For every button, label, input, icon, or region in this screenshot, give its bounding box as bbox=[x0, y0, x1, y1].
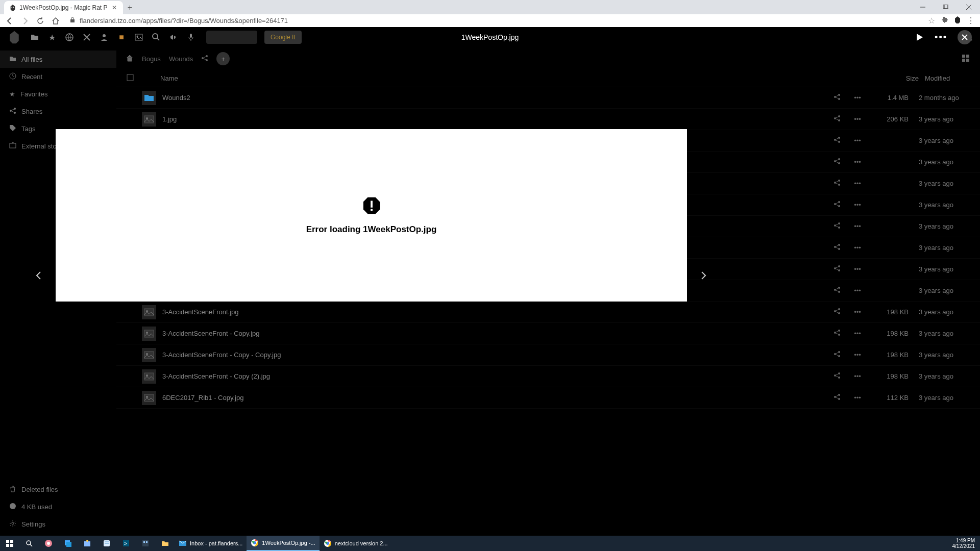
row-menu-icon[interactable]: ••• bbox=[847, 287, 868, 294]
share-icon[interactable] bbox=[827, 222, 847, 231]
tab-close-icon[interactable]: ✕ bbox=[111, 4, 118, 11]
share-icon[interactable] bbox=[827, 115, 847, 123]
minimize-button[interactable] bbox=[911, 0, 934, 14]
row-menu-icon[interactable]: ••• bbox=[847, 201, 868, 209]
maximize-button[interactable] bbox=[934, 0, 957, 14]
sidebar-item-recent[interactable]: Recent bbox=[0, 68, 116, 85]
share-icon[interactable] bbox=[827, 136, 847, 145]
row-menu-icon[interactable]: ••• bbox=[847, 180, 868, 187]
next-image-button[interactable] bbox=[697, 269, 709, 282]
chrome-menu-icon[interactable]: ⋮ bbox=[967, 16, 975, 26]
taskbar-pinned-icon[interactable] bbox=[155, 536, 175, 551]
row-menu-icon[interactable]: ••• bbox=[847, 351, 868, 359]
announce-app-icon[interactable] bbox=[168, 32, 179, 42]
share-icon[interactable] bbox=[827, 243, 847, 252]
files-app-icon[interactable] bbox=[30, 32, 40, 42]
favorites-app-icon[interactable]: ★ bbox=[47, 32, 57, 42]
activity-app-icon[interactable] bbox=[64, 32, 75, 42]
notes-app-icon[interactable]: ■ bbox=[116, 32, 127, 42]
share-icon[interactable] bbox=[827, 265, 847, 273]
google-it-button[interactable]: Google It bbox=[264, 31, 302, 44]
share-icon[interactable] bbox=[827, 201, 847, 209]
photos-app-icon[interactable] bbox=[134, 32, 144, 42]
breadcrumb-item[interactable]: Wounds bbox=[169, 55, 193, 63]
viewer-menu-icon[interactable]: ••• bbox=[935, 32, 947, 43]
grid-view-icon[interactable] bbox=[962, 54, 970, 64]
share-icon[interactable] bbox=[827, 372, 847, 381]
file-row[interactable]: 6DEC2017_Rib1 - Copy.jpg•••112 KB3 years… bbox=[116, 387, 980, 409]
sidebar-item-4-kb-used[interactable]: 4 KB used bbox=[0, 498, 116, 515]
system-tray[interactable]: 1:49 PM 4/12/2021 bbox=[952, 538, 981, 549]
share-icon[interactable] bbox=[827, 93, 847, 102]
share-icon[interactable] bbox=[827, 393, 847, 402]
slideshow-button[interactable] bbox=[914, 32, 924, 42]
row-menu-icon[interactable]: ••• bbox=[847, 394, 868, 402]
share-icon[interactable] bbox=[827, 350, 847, 359]
star-icon[interactable]: ☆ bbox=[928, 16, 935, 26]
row-menu-icon[interactable]: ••• bbox=[847, 158, 868, 166]
app-logo-icon[interactable] bbox=[6, 29, 22, 45]
sidebar-item-all-files[interactable]: All files bbox=[0, 51, 116, 68]
file-row[interactable]: 3-AccidentSceneFront - Copy (2).jpg•••19… bbox=[116, 366, 980, 387]
file-row[interactable]: 1.jpg•••206 KB3 years ago bbox=[116, 109, 980, 130]
taskbar-search-icon[interactable] bbox=[19, 536, 39, 551]
viewer-close-button[interactable] bbox=[958, 30, 972, 44]
taskbar-app[interactable]: Inbox - pat.flanders... bbox=[175, 536, 247, 551]
sidebar-item-favorites[interactable]: ★Favorites bbox=[0, 85, 116, 103]
close-window-button[interactable] bbox=[957, 0, 980, 14]
sidebar-item-settings[interactable]: Settings bbox=[0, 515, 116, 533]
new-tab-button[interactable]: + bbox=[123, 1, 137, 14]
share-icon[interactable] bbox=[827, 329, 847, 338]
contacts-app-icon[interactable] bbox=[99, 32, 109, 42]
rat-extension-icon[interactable] bbox=[953, 16, 962, 26]
sidebar-item-shares[interactable]: Shares bbox=[0, 103, 116, 120]
row-menu-icon[interactable]: ••• bbox=[847, 244, 868, 252]
file-row[interactable]: Wounds2•••1.4 MB2 months ago bbox=[116, 87, 980, 109]
taskbar-app[interactable]: nextcloud version 2... bbox=[320, 536, 392, 551]
taskbar-pinned-icon[interactable] bbox=[136, 536, 155, 551]
row-menu-icon[interactable]: ••• bbox=[847, 308, 868, 316]
home-button[interactable] bbox=[51, 16, 60, 26]
taskbar-pinned-icon[interactable] bbox=[58, 536, 78, 551]
row-menu-icon[interactable]: ••• bbox=[847, 372, 868, 380]
row-menu-icon[interactable]: ••• bbox=[847, 94, 868, 102]
share-icon[interactable] bbox=[827, 286, 847, 295]
file-row[interactable]: 3-AccidentSceneFront - Copy - Copy.jpg••… bbox=[116, 344, 980, 366]
row-menu-icon[interactable]: ••• bbox=[847, 265, 868, 273]
breadcrumb-item[interactable]: Bogus bbox=[142, 55, 161, 63]
mic-app-icon[interactable] bbox=[186, 32, 196, 42]
row-menu-icon[interactable]: ••• bbox=[847, 222, 868, 230]
file-row[interactable]: 3-AccidentSceneFront - Copy.jpg•••198 KB… bbox=[116, 323, 980, 344]
taskbar-pinned-icon[interactable] bbox=[78, 536, 97, 551]
taskbar-pinned-icon[interactable] bbox=[97, 536, 116, 551]
prev-image-button[interactable] bbox=[33, 269, 45, 282]
column-size[interactable]: Size bbox=[878, 74, 919, 82]
taskbar-pinned-icon[interactable] bbox=[39, 536, 58, 551]
forward-button[interactable] bbox=[20, 16, 30, 26]
search-input[interactable] bbox=[206, 31, 257, 44]
row-menu-icon[interactable]: ••• bbox=[847, 137, 868, 144]
share-icon[interactable] bbox=[827, 308, 847, 316]
extensions-icon[interactable] bbox=[940, 16, 948, 26]
share-icon[interactable] bbox=[827, 179, 847, 188]
search-app-icon[interactable] bbox=[151, 32, 161, 42]
gallery-app-icon[interactable] bbox=[82, 32, 92, 42]
row-menu-icon[interactable]: ••• bbox=[847, 330, 868, 337]
file-row[interactable]: 3-AccidentSceneFront.jpg•••198 KB3 years… bbox=[116, 302, 980, 323]
row-menu-icon[interactable]: ••• bbox=[847, 115, 868, 123]
breadcrumb-home-icon[interactable] bbox=[126, 54, 134, 64]
back-button[interactable] bbox=[5, 16, 14, 26]
browser-tab[interactable]: 1WeekPostOp.jpg - Magic Rat P ✕ bbox=[4, 1, 123, 14]
new-button[interactable]: + bbox=[216, 52, 230, 65]
start-button[interactable] bbox=[0, 536, 19, 551]
address-bar[interactable]: flandersland.tzo.com/apps/files/?dir=/Bo… bbox=[66, 17, 922, 24]
taskbar-app[interactable]: 1WeekPostOp.jpg -... bbox=[247, 536, 319, 551]
taskbar-pinned-icon[interactable]: > bbox=[116, 536, 136, 551]
share-icon[interactable] bbox=[827, 158, 847, 166]
share-breadcrumb-icon[interactable] bbox=[201, 55, 208, 63]
sidebar-item-deleted-files[interactable]: Deleted files bbox=[0, 481, 116, 498]
column-modified[interactable]: Modified bbox=[919, 74, 980, 82]
select-all-checkbox[interactable] bbox=[127, 74, 142, 83]
column-name[interactable]: Name bbox=[142, 74, 170, 82]
reload-button[interactable] bbox=[36, 16, 45, 26]
